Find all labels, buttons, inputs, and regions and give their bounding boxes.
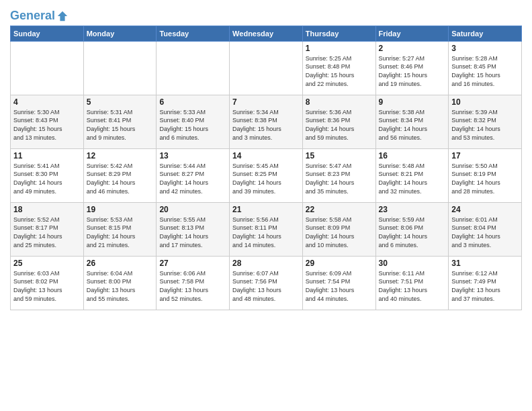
calendar-table: SundayMondayTuesdayWednesdayThursdayFrid…	[10, 26, 522, 310]
day-info: Sunrise: 5:39 AM Sunset: 8:32 PM Dayligh…	[451, 108, 519, 142]
day-info: Sunrise: 5:59 AM Sunset: 8:06 PM Dayligh…	[379, 216, 446, 249]
calendar-cell: 9Sunrise: 5:38 AM Sunset: 8:34 PM Daylig…	[375, 95, 449, 148]
day-info: Sunrise: 5:42 AM Sunset: 8:29 PM Dayligh…	[87, 162, 154, 195]
header-tuesday: Tuesday	[157, 26, 230, 41]
calendar-cell	[11, 41, 84, 95]
week-row-2: 4Sunrise: 5:30 AM Sunset: 8:43 PM Daylig…	[11, 95, 522, 148]
calendar-cell: 20Sunrise: 5:55 AM Sunset: 8:13 PM Dayli…	[157, 202, 230, 256]
calendar-cell: 13Sunrise: 5:44 AM Sunset: 8:27 PM Dayli…	[157, 148, 230, 202]
svg-marker-0	[58, 11, 67, 21]
calendar-cell: 23Sunrise: 5:59 AM Sunset: 8:06 PM Dayli…	[375, 202, 449, 256]
day-info: Sunrise: 5:45 AM Sunset: 8:25 PM Dayligh…	[232, 162, 300, 195]
calendar-cell: 27Sunrise: 6:06 AM Sunset: 7:58 PM Dayli…	[157, 256, 230, 310]
day-number: 8	[306, 97, 373, 107]
day-number: 27	[159, 259, 226, 268]
day-number: 5	[87, 97, 154, 107]
week-row-5: 25Sunrise: 6:03 AM Sunset: 8:02 PM Dayli…	[11, 256, 522, 310]
day-info: Sunrise: 6:04 AM Sunset: 8:00 PM Dayligh…	[87, 269, 154, 303]
day-number: 6	[159, 97, 226, 107]
header-saturday: Saturday	[449, 26, 522, 41]
day-number: 19	[87, 205, 154, 214]
day-number: 28	[232, 259, 300, 268]
calendar-cell: 3Sunrise: 5:28 AM Sunset: 8:45 PM Daylig…	[449, 41, 522, 95]
day-info: Sunrise: 6:12 AM Sunset: 7:49 PM Dayligh…	[451, 269, 519, 303]
day-number: 14	[232, 151, 300, 161]
calendar-cell: 30Sunrise: 6:11 AM Sunset: 7:51 PM Dayli…	[375, 256, 449, 310]
day-number: 24	[451, 205, 519, 214]
day-info: Sunrise: 5:36 AM Sunset: 8:36 PM Dayligh…	[306, 108, 373, 142]
day-number: 21	[232, 205, 300, 214]
calendar-cell: 12Sunrise: 5:42 AM Sunset: 8:29 PM Dayli…	[83, 148, 157, 202]
calendar-cell: 8Sunrise: 5:36 AM Sunset: 8:36 PM Daylig…	[302, 95, 375, 148]
calendar-cell: 22Sunrise: 5:58 AM Sunset: 8:09 PM Dayli…	[302, 202, 375, 256]
day-number: 11	[13, 151, 81, 161]
week-row-1: 1Sunrise: 5:25 AM Sunset: 8:48 PM Daylig…	[11, 41, 522, 95]
day-info: Sunrise: 5:38 AM Sunset: 8:34 PM Dayligh…	[379, 108, 446, 142]
day-number: 10	[451, 97, 519, 107]
day-number: 25	[13, 259, 81, 268]
calendar-cell: 2Sunrise: 5:27 AM Sunset: 8:46 PM Daylig…	[375, 41, 449, 95]
logo-text: General	[10, 9, 55, 23]
day-info: Sunrise: 5:48 AM Sunset: 8:21 PM Dayligh…	[379, 162, 446, 195]
day-number: 13	[159, 151, 226, 161]
day-info: Sunrise: 5:55 AM Sunset: 8:13 PM Dayligh…	[159, 216, 226, 249]
calendar-cell: 24Sunrise: 6:01 AM Sunset: 8:04 PM Dayli…	[449, 202, 522, 256]
calendar-header: SundayMondayTuesdayWednesdayThursdayFrid…	[11, 26, 522, 41]
calendar-cell	[230, 41, 303, 95]
header-thursday: Thursday	[302, 26, 375, 41]
calendar-cell: 26Sunrise: 6:04 AM Sunset: 8:00 PM Dayli…	[83, 256, 157, 310]
calendar-cell: 6Sunrise: 5:33 AM Sunset: 8:40 PM Daylig…	[157, 95, 230, 148]
header-row: SundayMondayTuesdayWednesdayThursdayFrid…	[11, 26, 522, 41]
calendar-cell: 1Sunrise: 5:25 AM Sunset: 8:48 PM Daylig…	[302, 41, 375, 95]
header: General	[10, 7, 522, 23]
day-info: Sunrise: 6:07 AM Sunset: 7:56 PM Dayligh…	[232, 269, 300, 303]
calendar-cell: 10Sunrise: 5:39 AM Sunset: 8:32 PM Dayli…	[449, 95, 522, 148]
calendar-body: 1Sunrise: 5:25 AM Sunset: 8:48 PM Daylig…	[11, 41, 522, 310]
day-number: 26	[87, 259, 154, 268]
calendar-cell: 15Sunrise: 5:47 AM Sunset: 8:23 PM Dayli…	[302, 148, 375, 202]
calendar-cell: 11Sunrise: 5:41 AM Sunset: 8:30 PM Dayli…	[11, 148, 84, 202]
day-number: 31	[451, 259, 519, 268]
day-number: 3	[451, 44, 519, 53]
day-number: 16	[379, 151, 446, 161]
day-number: 29	[306, 259, 373, 268]
day-info: Sunrise: 6:03 AM Sunset: 8:02 PM Dayligh…	[13, 269, 81, 303]
calendar-cell: 29Sunrise: 6:09 AM Sunset: 7:54 PM Dayli…	[302, 256, 375, 310]
day-number: 18	[13, 205, 81, 214]
day-info: Sunrise: 5:34 AM Sunset: 8:38 PM Dayligh…	[232, 108, 300, 142]
calendar-cell: 17Sunrise: 5:50 AM Sunset: 8:19 PM Dayli…	[449, 148, 522, 202]
day-number: 20	[159, 205, 226, 214]
day-info: Sunrise: 5:52 AM Sunset: 8:17 PM Dayligh…	[13, 216, 81, 249]
day-number: 23	[379, 205, 446, 214]
calendar-cell: 21Sunrise: 5:56 AM Sunset: 8:11 PM Dayli…	[230, 202, 303, 256]
week-row-4: 18Sunrise: 5:52 AM Sunset: 8:17 PM Dayli…	[11, 202, 522, 256]
calendar-cell: 14Sunrise: 5:45 AM Sunset: 8:25 PM Dayli…	[230, 148, 303, 202]
day-info: Sunrise: 5:47 AM Sunset: 8:23 PM Dayligh…	[306, 162, 373, 195]
day-info: Sunrise: 5:56 AM Sunset: 8:11 PM Dayligh…	[232, 216, 300, 249]
calendar-cell	[157, 41, 230, 95]
day-info: Sunrise: 5:58 AM Sunset: 8:09 PM Dayligh…	[306, 216, 373, 249]
calendar-cell: 19Sunrise: 5:53 AM Sunset: 8:15 PM Dayli…	[83, 202, 157, 256]
day-info: Sunrise: 5:50 AM Sunset: 8:19 PM Dayligh…	[451, 162, 519, 195]
day-info: Sunrise: 5:30 AM Sunset: 8:43 PM Dayligh…	[13, 108, 81, 142]
calendar-cell: 16Sunrise: 5:48 AM Sunset: 8:21 PM Dayli…	[375, 148, 449, 202]
day-info: Sunrise: 5:25 AM Sunset: 8:48 PM Dayligh…	[306, 54, 373, 88]
calendar-cell: 7Sunrise: 5:34 AM Sunset: 8:38 PM Daylig…	[230, 95, 303, 148]
day-info: Sunrise: 5:53 AM Sunset: 8:15 PM Dayligh…	[87, 216, 154, 249]
calendar-cell: 4Sunrise: 5:30 AM Sunset: 8:43 PM Daylig…	[11, 95, 84, 148]
day-number: 2	[379, 44, 446, 53]
calendar-cell: 25Sunrise: 6:03 AM Sunset: 8:02 PM Dayli…	[11, 256, 84, 310]
day-number: 4	[13, 97, 81, 107]
calendar-cell: 28Sunrise: 6:07 AM Sunset: 7:56 PM Dayli…	[230, 256, 303, 310]
header-monday: Monday	[83, 26, 157, 41]
day-info: Sunrise: 5:44 AM Sunset: 8:27 PM Dayligh…	[159, 162, 226, 195]
day-info: Sunrise: 5:27 AM Sunset: 8:46 PM Dayligh…	[379, 54, 446, 88]
logo: General	[10, 9, 69, 23]
day-info: Sunrise: 6:01 AM Sunset: 8:04 PM Dayligh…	[451, 216, 519, 249]
day-info: Sunrise: 5:28 AM Sunset: 8:45 PM Dayligh…	[451, 54, 519, 88]
day-number: 1	[306, 44, 373, 53]
day-info: Sunrise: 6:06 AM Sunset: 7:58 PM Dayligh…	[159, 269, 226, 303]
header-wednesday: Wednesday	[230, 26, 303, 41]
calendar-cell: 18Sunrise: 5:52 AM Sunset: 8:17 PM Dayli…	[11, 202, 84, 256]
day-info: Sunrise: 5:33 AM Sunset: 8:40 PM Dayligh…	[159, 108, 226, 142]
